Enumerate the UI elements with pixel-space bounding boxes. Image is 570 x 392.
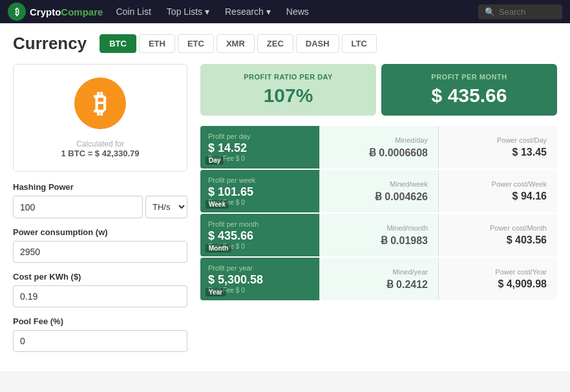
tab-eth[interactable]: ETH bbox=[139, 34, 175, 53]
mining-table: Profit per day $ 14.52 Pool Fee $ 0 Day … bbox=[200, 126, 557, 300]
day-badge: Day bbox=[206, 156, 224, 165]
month-mined-label: Mined/month bbox=[386, 224, 428, 232]
week-power-cell: Power cost/Week $ 94.16 bbox=[438, 170, 557, 212]
pool-fee-input[interactable] bbox=[13, 330, 187, 352]
tab-ltc[interactable]: LTC bbox=[342, 34, 377, 53]
month-mined-cell: Mined/month Ƀ 0.01983 bbox=[319, 214, 438, 256]
year-power-label: Power cost/Year bbox=[495, 268, 547, 276]
tab-btc[interactable]: BTC bbox=[100, 34, 136, 53]
month-mined-value: Ƀ 0.01983 bbox=[381, 234, 428, 247]
week-profit-value: $ 101.65 bbox=[208, 185, 311, 199]
day-profit-cell: Profit per day $ 14.52 Pool Fee $ 0 Day bbox=[200, 126, 319, 169]
month-profit-cell: Profit per month $ 435.66 Pool Fee $ 0 M… bbox=[200, 214, 319, 256]
year-profit-cell: Profit per year $ 5,300.58 Pool Fee $ 0 … bbox=[200, 258, 319, 300]
table-row: Profit per week $ 101.65 Pool Fee $ 0 We… bbox=[200, 170, 557, 212]
month-label: Profit Per Month bbox=[394, 73, 544, 81]
nav-top-lists[interactable]: Top Lists ▾ bbox=[167, 6, 209, 17]
cost-label: Cost per KWh ($) bbox=[13, 272, 187, 282]
table-row: Profit per day $ 14.52 Pool Fee $ 0 Day … bbox=[200, 126, 557, 169]
tab-dash[interactable]: DASH bbox=[296, 34, 339, 53]
month-power-value: $ 403.56 bbox=[507, 234, 547, 246]
hashing-power-group: Hashing Power TH/s GH/s MH/s bbox=[13, 182, 187, 218]
nav-coin-list[interactable]: Coin List bbox=[116, 6, 151, 17]
search-icon: 🔍 bbox=[485, 7, 495, 17]
power-input[interactable] bbox=[13, 241, 187, 263]
logo-icon: ₿ bbox=[8, 3, 26, 21]
logo-text: CryptoCompare bbox=[30, 6, 103, 17]
day-mined-label: Mined/day bbox=[395, 136, 428, 144]
hashing-power-row: TH/s GH/s MH/s bbox=[13, 196, 187, 218]
week-profit-cell: Profit per week $ 101.65 Pool Fee $ 0 We… bbox=[200, 170, 319, 212]
month-badge: Month bbox=[206, 244, 231, 253]
nav-links: Coin List Top Lists ▾ Research ▾ News bbox=[116, 6, 465, 17]
hashing-power-label: Hashing Power bbox=[13, 182, 187, 192]
table-row: Profit per month $ 435.66 Pool Fee $ 0 M… bbox=[200, 214, 557, 256]
year-mined-value: Ƀ 0.2412 bbox=[386, 278, 428, 291]
week-mined-label: Mined/week bbox=[390, 180, 428, 188]
day-power-label: Power cost/Day bbox=[497, 136, 547, 144]
month-value: $ 435.66 bbox=[394, 85, 544, 107]
month-power-cell: Power cost/Month $ 403.56 bbox=[438, 214, 557, 256]
day-power-value: $ 13.45 bbox=[512, 147, 547, 158]
profit-ratio-card: Profit Ratio Per Day 107% bbox=[200, 64, 376, 116]
day-mined-cell: Mined/day Ƀ 0.0006608 bbox=[319, 126, 438, 169]
navbar: ₿ CryptoCompare Coin List Top Lists ▾ Re… bbox=[0, 0, 570, 23]
tab-etc[interactable]: ETC bbox=[178, 34, 214, 53]
year-badge: Year bbox=[206, 288, 226, 296]
week-mined-cell: Mined/week Ƀ 0.004626 bbox=[319, 170, 438, 212]
week-power-value: $ 94.16 bbox=[512, 191, 547, 202]
nav-research[interactable]: Research ▾ bbox=[225, 6, 271, 17]
ratio-value: 107% bbox=[213, 85, 363, 107]
year-power-cell: Power cost/Year $ 4,909.98 bbox=[438, 258, 557, 300]
cost-input[interactable] bbox=[13, 285, 187, 307]
ratio-label: Profit Ratio Per Day bbox=[213, 73, 363, 81]
page-title: Currency bbox=[13, 34, 87, 54]
tab-zec[interactable]: ZEC bbox=[257, 34, 293, 53]
month-profit-value: $ 435.66 bbox=[208, 229, 311, 243]
search-input[interactable] bbox=[499, 7, 557, 17]
hashing-unit-select[interactable]: TH/s GH/s MH/s bbox=[145, 196, 187, 218]
logo: ₿ CryptoCompare bbox=[8, 3, 103, 21]
profit-summary: Profit Ratio Per Day 107% Profit Per Mon… bbox=[200, 64, 557, 116]
table-row: Profit per year $ 5,300.58 Pool Fee $ 0 … bbox=[200, 258, 557, 300]
week-power-label: Power cost/Week bbox=[492, 180, 547, 188]
day-profit-value: $ 14.52 bbox=[208, 141, 311, 155]
left-panel: ₿ Calculated for 1 BTC = $ 42,330.79 Has… bbox=[13, 64, 187, 361]
day-power-cell: Power cost/Day $ 13.45 bbox=[438, 126, 557, 169]
year-mined-label: Mined/year bbox=[393, 268, 428, 276]
page-header: Currency BTC ETH ETC XMR ZEC DASH LTC bbox=[13, 34, 557, 54]
day-mined-value: Ƀ 0.0006608 bbox=[369, 147, 428, 159]
cost-per-kwh-group: Cost per KWh ($) bbox=[13, 272, 187, 307]
power-label: Power consumption (w) bbox=[13, 227, 187, 237]
coin-logo-box: ₿ Calculated for 1 BTC = $ 42,330.79 bbox=[13, 64, 187, 172]
right-panel: Profit Ratio Per Day 107% Profit Per Mon… bbox=[200, 64, 557, 361]
pool-fee-group: Pool Fee (%) bbox=[13, 316, 187, 352]
hashing-power-input[interactable] bbox=[13, 196, 143, 218]
page-content: Currency BTC ETH ETC XMR ZEC DASH LTC ₿ … bbox=[0, 23, 570, 371]
year-mined-cell: Mined/year Ƀ 0.2412 bbox=[319, 258, 438, 300]
coin-logo: ₿ bbox=[74, 77, 126, 129]
calc-value: 1 BTC = $ 42,330.79 bbox=[61, 149, 139, 158]
calc-label: Calculated for bbox=[76, 139, 124, 149]
tab-xmr[interactable]: XMR bbox=[216, 34, 255, 53]
day-profit-label: Profit per day bbox=[208, 132, 311, 140]
pool-fee-label: Pool Fee (%) bbox=[13, 316, 187, 326]
mining-form: Hashing Power TH/s GH/s MH/s Power consu… bbox=[13, 182, 187, 352]
week-mined-value: Ƀ 0.004626 bbox=[375, 191, 428, 203]
month-power-label: Power cost/Month bbox=[490, 224, 547, 232]
month-profit-label: Profit per month bbox=[208, 220, 311, 228]
year-profit-value: $ 5,300.58 bbox=[208, 273, 311, 287]
search-box[interactable]: 🔍 bbox=[478, 5, 562, 19]
nav-news[interactable]: News bbox=[286, 6, 309, 17]
profit-month-card: Profit Per Month $ 435.66 bbox=[381, 64, 557, 116]
year-power-value: $ 4,909.98 bbox=[498, 278, 547, 290]
power-consumption-group: Power consumption (w) bbox=[13, 227, 187, 263]
week-profit-label: Profit per week bbox=[208, 176, 311, 184]
currency-tabs: BTC ETH ETC XMR ZEC DASH LTC bbox=[100, 34, 377, 53]
year-profit-label: Profit per year bbox=[208, 264, 311, 272]
week-badge: Week bbox=[206, 200, 229, 209]
main-content: ₿ Calculated for 1 BTC = $ 42,330.79 Has… bbox=[13, 64, 557, 361]
